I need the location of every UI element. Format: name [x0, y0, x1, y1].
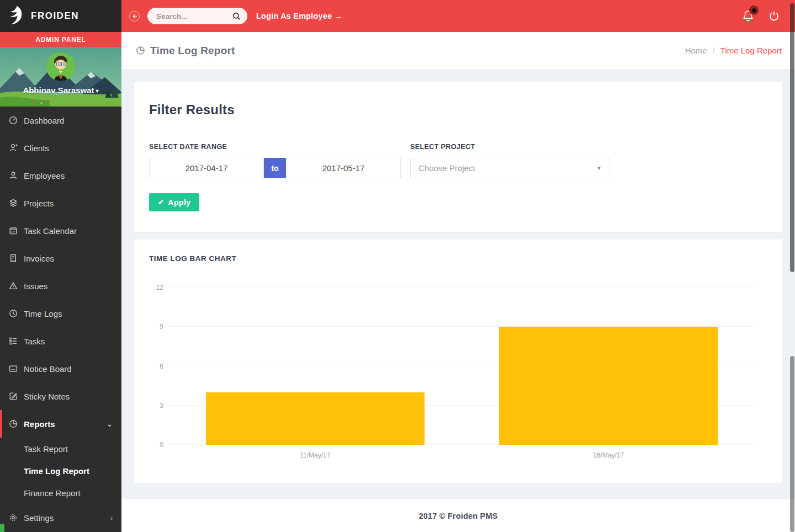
pie-chart-icon	[9, 419, 18, 428]
avatar[interactable]	[46, 52, 75, 81]
sidebar-scroll-indicator	[0, 524, 4, 532]
sidebar-item-dashboard[interactable]: Dashboard	[0, 107, 121, 134]
date-from-input[interactable]	[149, 158, 264, 178]
sidebar-item-issues[interactable]: Issues	[0, 272, 121, 300]
logout-button[interactable]	[768, 10, 780, 22]
x-axis-tick: 11/May/17	[300, 451, 330, 459]
clients-icon	[9, 143, 18, 152]
notification-badge	[749, 6, 759, 15]
sidebar-item-reports[interactable]: Reports ⌄	[0, 410, 121, 438]
invoice-icon	[9, 254, 18, 263]
topbar: Login As Employee→	[121, 0, 795, 32]
sidebar-item-projects[interactable]: Projects	[0, 189, 121, 217]
tasks-icon	[9, 337, 18, 345]
calendar-icon	[9, 226, 18, 235]
filter-card: Filter Results SELECT DATE RANGE to ✔ Ap…	[134, 82, 782, 232]
y-axis-tick: 3	[149, 402, 163, 409]
chevron-down-icon: ⌄	[107, 420, 113, 428]
login-as-employee-link[interactable]: Login As Employee→	[256, 12, 342, 20]
brand-name: FROIDEN	[31, 10, 79, 22]
date-to-input[interactable]	[286, 158, 401, 178]
chart-title: TIME LOG BAR CHART	[149, 254, 767, 263]
date-to-separator: to	[264, 158, 286, 178]
warning-icon	[9, 281, 18, 290]
gridline	[168, 287, 755, 288]
dashboard-icon	[9, 116, 18, 125]
breadcrumb-separator: /	[713, 46, 715, 55]
sidebar-item-employees[interactable]: Employees	[0, 162, 121, 189]
chart-bar[interactable]	[499, 327, 718, 445]
pie-chart-icon	[136, 46, 145, 55]
arrow-right-icon: →	[334, 12, 342, 20]
page-title: Time Log Report	[136, 45, 235, 57]
apply-button[interactable]: ✔ Apply	[149, 193, 199, 211]
clock-icon	[9, 309, 18, 318]
breadcrumb: Home / Time Log Report	[685, 46, 782, 55]
chart-card: TIME LOG BAR CHART 03691211/May/1716/May…	[134, 240, 782, 483]
footer: 2017 © Froiden PMS	[121, 499, 795, 532]
check-icon: ✔	[158, 198, 164, 206]
sidebar-item-tasks[interactable]: Tasks	[0, 327, 121, 355]
froiden-bird-logo	[4, 4, 28, 28]
sidebar-item-invoices[interactable]: Invoices	[0, 244, 121, 272]
y-axis-tick: 6	[149, 363, 163, 370]
breadcrumb-home-link[interactable]: Home	[685, 46, 707, 55]
main-content: Filter Results SELECT DATE RANGE to ✔ Ap…	[121, 69, 795, 532]
notifications-button[interactable]	[742, 9, 754, 23]
chart-bar[interactable]	[206, 392, 425, 445]
collapse-sidebar-button[interactable]	[129, 11, 140, 22]
brand[interactable]: FROIDEN	[0, 0, 121, 32]
footer-text: 2017 © Froiden PMS	[418, 512, 497, 520]
select-caret-icon: ▼	[596, 165, 602, 171]
chart-plot: 03691211/May/1716/May/17	[168, 288, 755, 445]
power-icon	[768, 10, 780, 22]
project-label: SELECT PROJECT	[410, 143, 610, 151]
sidebar-item-notice-board[interactable]: Notice Board	[0, 355, 121, 382]
page-header: Time Log Report Home / Time Log Report	[121, 32, 795, 69]
date-range-group: SELECT DATE RANGE to ✔ Apply	[149, 143, 401, 211]
project-select[interactable]: Choose Project ▼	[410, 158, 610, 178]
caret-down-icon: ▾	[96, 88, 99, 94]
search-input[interactable]	[156, 12, 228, 20]
gear-icon	[9, 513, 18, 522]
search-box[interactable]	[147, 8, 247, 24]
content-scrollbar-thumb[interactable]	[790, 356, 794, 532]
y-axis-tick: 12	[149, 284, 163, 291]
profile-widget: Abhinav Saraswat▾	[0, 47, 121, 107]
breadcrumb-current: Time Log Report	[720, 46, 782, 55]
filter-heading: Filter Results	[149, 102, 767, 118]
sidebar-menu: Dashboard Clients Employees Projects Tas…	[0, 107, 121, 531]
y-axis-tick: 9	[149, 323, 163, 331]
board-icon	[9, 364, 18, 373]
projects-icon	[9, 199, 18, 208]
sidebar-item-clients[interactable]: Clients	[0, 134, 121, 162]
sidebar-item-time-logs[interactable]: Time Logs	[0, 300, 121, 327]
date-range-label: SELECT DATE RANGE	[149, 143, 401, 151]
back-arrow-icon	[131, 13, 137, 19]
sidebar-item-finance-report[interactable]: Finance Report	[0, 482, 121, 504]
chevron-right-icon: ›	[110, 514, 113, 522]
note-icon	[9, 392, 18, 401]
sidebar-item-task-report[interactable]: Task Report	[0, 438, 121, 460]
x-axis-tick: 16/May/17	[593, 451, 624, 459]
page-scrollbar-thumb[interactable]	[790, 3, 794, 272]
sidebar-item-task-calendar[interactable]: Task Calendar	[0, 217, 121, 244]
sidebar-item-sticky-notes[interactable]: Sticky Notes	[0, 382, 121, 410]
project-group: SELECT PROJECT Choose Project ▼	[410, 143, 610, 211]
profile-name[interactable]: Abhinav Saraswat▾	[0, 86, 121, 95]
y-axis-tick: 0	[149, 441, 163, 449]
sidebar: FROIDEN ADMIN PANEL	[0, 0, 121, 532]
sidebar-item-time-log-report[interactable]: Time Log Report	[0, 460, 121, 482]
sidebar-item-settings[interactable]: Settings ›	[0, 504, 121, 531]
search-icon[interactable]	[232, 12, 241, 20]
admin-panel-banner: ADMIN PANEL	[0, 32, 121, 47]
employees-icon	[9, 171, 18, 180]
